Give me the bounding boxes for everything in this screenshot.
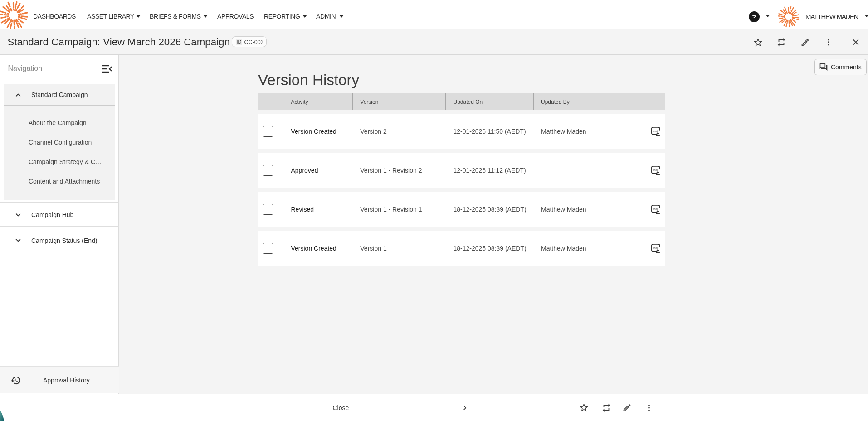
svg-text:PDF: PDF (653, 208, 657, 211)
svg-text:PDF: PDF (653, 131, 657, 133)
svg-text:PDF: PDF (653, 169, 657, 172)
svg-text:PDF: PDF (653, 247, 657, 250)
